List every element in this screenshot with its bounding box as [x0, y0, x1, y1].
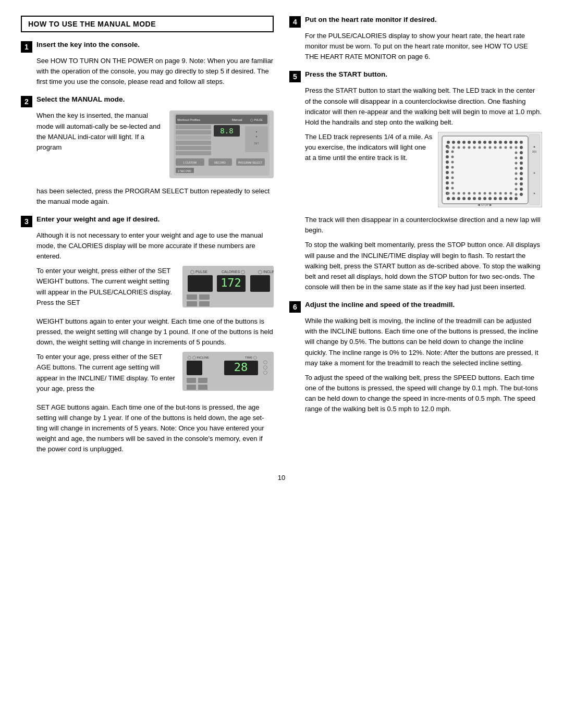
svg-rect-49: [187, 385, 196, 390]
svg-point-93: [446, 187, 449, 190]
svg-point-72: [520, 167, 523, 170]
svg-point-61: [488, 141, 492, 144]
svg-point-69: [520, 151, 523, 154]
step-3-weight-display: ◯ PULSE CALORIES ◯ ◯ INCLINE 172: [182, 266, 274, 311]
svg-point-117: [515, 156, 518, 159]
svg-point-107: [473, 146, 476, 149]
step-6-body: While the walking belt is moving, the in…: [305, 316, 542, 414]
step-2-text-after: has been selected, press the PROGRAM SEL…: [36, 186, 274, 207]
svg-point-97: [446, 166, 449, 169]
step-4-number: 4: [289, 16, 301, 28]
svg-rect-50: [198, 385, 207, 390]
svg-point-102: [447, 146, 450, 149]
svg-point-141: [451, 171, 454, 174]
svg-text:▲: ▲: [533, 145, 535, 148]
step-6-number: 6: [289, 301, 301, 313]
svg-point-142: [451, 166, 454, 168]
svg-text:Workout Profiles: Workout Profiles: [177, 118, 200, 121]
step-5-led-figure: The LED track represents 1/4 of a mile. …: [305, 132, 542, 211]
step-2-section: 2 Select the MANUAL mode. When the key i…: [21, 95, 274, 206]
svg-point-130: [484, 192, 486, 194]
svg-point-79: [509, 197, 512, 200]
step-5-led-display: ▲ 300 ▲ ▼ ◀ STOP ▶: [438, 132, 542, 211]
step-3-para-1: Although it is not necessary to enter yo…: [36, 230, 274, 262]
svg-point-70: [520, 156, 523, 159]
step-3-para-5: SET AGE buttons again. Each time one of …: [36, 402, 274, 455]
svg-rect-13: [176, 151, 211, 155]
svg-point-90: [452, 197, 455, 200]
svg-text:8.8: 8.8: [220, 127, 233, 135]
step-3-age-display: ◯ ◯ INCLINE TIME ◯ 28 ◯ ◯ ◯: [182, 352, 274, 394]
svg-point-68: [520, 146, 523, 149]
svg-rect-33: [250, 275, 270, 292]
svg-point-67: [520, 141, 523, 144]
step-2-figure: When the key is inserted, the manual mod…: [36, 110, 274, 181]
svg-point-63: [499, 141, 502, 144]
svg-text:CALORIES ◯: CALORIES ◯: [222, 270, 245, 274]
step-6-title: Adjust the incline and speed of the trea…: [305, 301, 455, 309]
svg-point-66: [515, 141, 518, 144]
svg-point-76: [520, 188, 523, 191]
svg-point-96: [446, 171, 449, 174]
svg-point-71: [520, 162, 523, 165]
step-3-age-text: To enter your age, press either of the S…: [36, 352, 177, 398]
svg-point-74: [520, 177, 523, 180]
svg-point-65: [509, 141, 512, 144]
svg-point-54: [452, 141, 455, 144]
svg-point-110: [489, 146, 492, 149]
svg-text:◀ STOP ▶: ◀ STOP ▶: [478, 203, 492, 206]
step-3-para-3: WEIGHT buttons again to enter your weigh…: [36, 316, 274, 348]
svg-text:300: 300: [532, 150, 537, 153]
svg-point-106: [468, 146, 471, 149]
step-4-para-1: For the PULSE/CALORIES display to show y…: [305, 31, 542, 62]
svg-point-129: [489, 192, 492, 194]
step-2-title: Select the MANUAL mode.: [36, 95, 125, 103]
svg-point-98: [446, 161, 449, 164]
step-5-led-text: The LED track represents 1/4 of a mile. …: [305, 132, 433, 167]
step-3-number: 3: [21, 216, 32, 227]
svg-point-131: [479, 192, 481, 194]
svg-point-112: [499, 146, 502, 149]
svg-point-144: [451, 155, 454, 158]
svg-point-99: [446, 155, 449, 158]
age-display-illustration: ◯ ◯ INCLINE TIME ◯ 28 ◯ ◯ ◯: [182, 352, 274, 391]
svg-point-77: [520, 193, 523, 196]
svg-point-88: [462, 197, 466, 200]
svg-point-55: [457, 141, 460, 144]
svg-point-82: [494, 197, 497, 200]
svg-point-87: [468, 197, 471, 200]
svg-point-119: [515, 167, 518, 169]
svg-point-94: [446, 181, 449, 184]
svg-point-114: [510, 146, 512, 149]
svg-text:▲: ▲: [255, 130, 258, 133]
svg-point-127: [499, 192, 502, 194]
step-1-body: See HOW TO TURN ON THE POWER on page 9. …: [36, 56, 274, 87]
step-5-title: Press the START button.: [305, 70, 387, 78]
svg-text:SET: SET: [254, 142, 259, 145]
step-3-age-figure: To enter your age, press either of the S…: [36, 352, 274, 398]
svg-point-124: [515, 193, 518, 195]
step-4-header: 4 Put on the heart rate monitor if desir…: [289, 16, 542, 28]
step-3-weight-text: To enter your weight, press either of th…: [36, 266, 177, 312]
step-3-body: Although it is not necessary to enter yo…: [36, 230, 274, 455]
svg-point-57: [468, 141, 471, 144]
svg-rect-9: [176, 130, 211, 134]
svg-point-122: [515, 182, 518, 185]
step-3-header: 3 Enter your weight and age if desired.: [21, 215, 274, 227]
svg-text:◯ INCLINE: ◯ INCLINE: [258, 270, 274, 274]
svg-point-73: [520, 172, 523, 175]
svg-point-86: [473, 197, 476, 200]
svg-rect-41: [187, 361, 202, 375]
svg-point-75: [520, 182, 523, 186]
svg-text:2 SECOND: 2 SECOND: [178, 169, 191, 172]
svg-point-121: [515, 177, 518, 180]
svg-point-95: [446, 176, 449, 179]
svg-point-134: [463, 192, 466, 194]
svg-text:PROGRAM SELECT: PROGRAM SELECT: [238, 161, 263, 164]
svg-rect-10: [176, 135, 211, 140]
step-3-section: 3 Enter your weight and age if desired. …: [21, 215, 274, 455]
svg-text:◯: ◯: [263, 365, 267, 369]
step-6-para-1: While the walking belt is moving, the in…: [305, 316, 542, 368]
svg-point-116: [515, 151, 518, 154]
svg-point-135: [458, 192, 460, 194]
